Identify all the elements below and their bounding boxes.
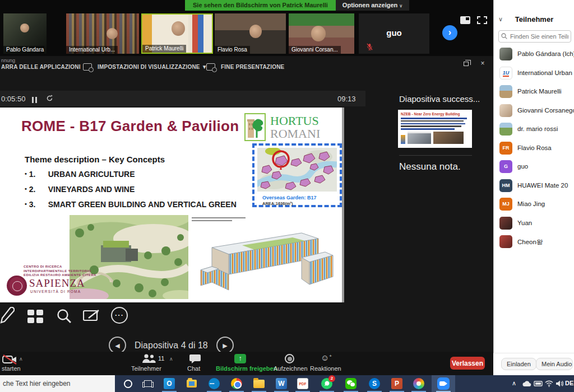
participant-row[interactable]: 1UInternational Urban Co <box>498 67 574 81</box>
ppt-taskbar-button[interactable]: ARRA DELLE APPLICAZIONI <box>1 64 81 70</box>
participant-row[interactable]: Cheon왕 <box>498 235 574 250</box>
tray-display-icon[interactable] <box>534 381 543 387</box>
wechat-icon[interactable] <box>345 377 357 390</box>
paint-icon[interactable] <box>413 377 425 390</box>
presenter-timer-bar <box>0 91 365 106</box>
powerpoint-icon[interactable]: P <box>391 377 403 390</box>
word-icon[interactable]: W <box>275 377 288 390</box>
sapienza-emblem <box>7 276 27 296</box>
chrome-icon[interactable] <box>230 377 243 390</box>
participant-row[interactable]: FRFlavio Rosa <box>498 142 574 156</box>
next-slide-thumbnail[interactable]: NZEB - Near Zero Energy Building <box>398 110 472 148</box>
task-view-icon[interactable] <box>142 377 154 390</box>
pen-tool-icon[interactable] <box>0 307 15 324</box>
record-button[interactable]: Aufzeichnen <box>274 365 308 372</box>
leave-meeting-button[interactable]: Verlassen <box>450 357 485 370</box>
video-tile-guo[interactable]: guo <box>359 13 429 54</box>
hortus-romani-wordmark: HORTUS ROMANI <box>270 114 320 140</box>
thumb-building-render <box>408 132 431 144</box>
tray-volume-icon[interactable] <box>556 380 563 387</box>
participant-row[interactable]: HMHUAWEI Mate 20 <box>498 179 574 194</box>
research-center-text: CENTRO DI RICERCA INTERDIPARTIMENTALE TE… <box>24 265 96 278</box>
ppt-end-presentation-button[interactable]: FINE PRESENTAZIONE <box>221 64 284 70</box>
slide-scrollbar[interactable] <box>342 108 344 302</box>
restore-button[interactable] <box>461 60 470 68</box>
whatsapp-icon[interactable]: 2 <box>321 377 333 390</box>
participants-button[interactable]: Teilnehmer <box>131 365 161 372</box>
close-button[interactable]: × <box>478 60 487 68</box>
restart-timer-icon[interactable] <box>46 95 53 102</box>
sapienza-subtitle: UNIVERSITÀ DI ROMA <box>30 290 81 293</box>
tray-cloud-icon[interactable] <box>522 381 531 387</box>
slide-notes: Nessuna nota. <box>399 161 461 172</box>
mute-audio-button[interactable]: Mein Audio ei <box>536 358 573 370</box>
participants-chevron[interactable]: ∧ <box>169 356 173 362</box>
ppt-display-settings-button[interactable]: IMPOSTAZIONI DI VISUALIZZAZIONE ▼ <box>98 64 207 70</box>
slide-title: ROME - B17 Garden & Pavilion <box>21 118 239 135</box>
chat-button[interactable]: Chat <box>187 365 200 372</box>
share-screen-button[interactable]: Bildschirm freigeben <box>216 365 277 372</box>
skype-icon[interactable]: S <box>368 377 381 390</box>
video-tile-giovanni[interactable]: Giovanni Corsan... <box>289 13 354 54</box>
outlook-icon[interactable]: O <box>163 377 175 390</box>
laser-pointer-icon[interactable] <box>83 309 101 324</box>
mail-icon[interactable] <box>186 377 198 390</box>
pause-timer-button[interactable] <box>32 95 39 102</box>
participants-icon[interactable] <box>141 353 156 363</box>
end-presentation-icon <box>206 63 215 71</box>
file-explorer-icon[interactable] <box>253 377 265 390</box>
gallery-view-icon[interactable] <box>460 16 471 25</box>
participant-row[interactable]: Gguo <box>498 160 574 175</box>
next-slide-title: NZEB - Near Zero Energy Building <box>401 112 469 116</box>
video-tile-name: Flavio Rosa <box>215 46 250 54</box>
chat-icon[interactable] <box>189 354 201 363</box>
video-off-icon[interactable] <box>2 354 17 365</box>
video-tile-flavio[interactable]: Flavio Rosa <box>215 13 286 54</box>
minimize-button[interactable] <box>445 60 453 68</box>
zoom-app-icon[interactable] <box>437 377 450 390</box>
participant-row[interactable]: Yuan <box>498 217 574 231</box>
participant-row[interactable]: Giovanni Corsanego <box>498 104 574 119</box>
taskbar-search-input[interactable] <box>0 375 115 392</box>
share-options-button[interactable]: Optionen anzeigen ∨ <box>336 0 409 11</box>
participant-row[interactable]: Patrick Maurelli <box>498 85 574 100</box>
participants-count: 11 <box>158 355 164 362</box>
thumb-building-photo <box>433 132 464 144</box>
language-indicator[interactable]: DE <box>565 380 573 386</box>
video-options-chevron[interactable]: ∧ <box>19 356 23 362</box>
current-time: 09:13 <box>337 95 356 103</box>
render-caption-line <box>192 217 246 218</box>
thumb-logos <box>401 135 405 144</box>
reactions-button[interactable]: Reaktionen <box>310 365 341 372</box>
next-videos-button[interactable]: › <box>442 25 457 40</box>
more-tools-button[interactable]: ··· <box>111 307 128 324</box>
video-tile-name: Pablo Gándara <box>3 46 44 54</box>
slide-grid-icon[interactable] <box>27 309 44 324</box>
shared-screen-stage: Pablo Gándara International Urb... Patri… <box>0 0 493 352</box>
zoom-toolbar: ∧ starten 11 ∧ Teilnehmer Chat ↑ Bildsch… <box>0 352 493 375</box>
zoom-magnifier-icon[interactable] <box>56 308 72 324</box>
panel-footer: Einladen Mein Audio ei <box>493 353 574 375</box>
video-tile-patrick-active[interactable]: Patrick Maurelli <box>141 13 213 54</box>
nextcloud-icon[interactable] <box>208 377 220 390</box>
video-tile-international[interactable]: International Urb... <box>66 13 139 54</box>
participant-row[interactable]: dr. mario rossi <box>498 123 574 137</box>
video-button-label[interactable]: starten <box>2 365 21 372</box>
video-tile-pablo[interactable]: Pablo Gándara <box>3 13 47 54</box>
invite-button[interactable]: Einladen <box>501 358 536 370</box>
participant-row[interactable]: MJMiao Jing <box>498 198 574 212</box>
participant-search-input[interactable] <box>498 30 571 43</box>
video-tile-name: Patrick Maurelli <box>142 45 186 53</box>
display-settings-icon <box>83 63 92 71</box>
participant-row[interactable]: Pablo Gándara (Ich) <box>498 48 574 62</box>
search-icon <box>501 33 507 39</box>
tray-chevron-icon[interactable]: ∧ <box>512 380 516 387</box>
garden-map <box>257 148 337 192</box>
pdf-app-icon[interactable]: PDF <box>297 377 309 390</box>
share-banner-message: Sie sehen den Bildschirm von Patrick Mau… <box>185 0 336 11</box>
map-area-label: AREA:1636(m²) <box>262 201 293 206</box>
video-tile-name: Giovanni Corsan... <box>289 46 341 54</box>
tray-wifi-icon[interactable] <box>545 380 553 387</box>
fullscreen-icon[interactable] <box>476 16 488 25</box>
cortana-icon[interactable] <box>122 377 134 390</box>
